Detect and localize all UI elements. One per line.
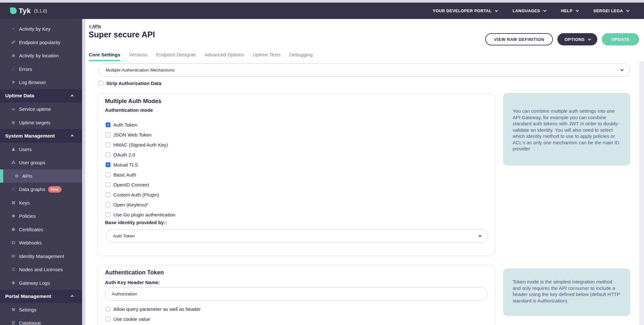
checkbox-label: OpenID Connect (113, 182, 149, 187)
checkbox-allow-query-parameter-as-well-as-header[interactable]: Allow query parameter as well as header (106, 304, 201, 314)
checkbox[interactable] (106, 142, 110, 147)
checkbox[interactable] (106, 172, 110, 177)
checkbox-label: Use cookie value (113, 316, 150, 322)
sidebar-item-user-groups[interactable]: ⁂ User groups (0, 156, 82, 169)
sidebar-item-keys[interactable]: ⌘ Keys (0, 196, 82, 210)
sidebar-item-nodes-and-licenses[interactable]: ♖ Nodes and Licenses (0, 263, 82, 276)
checkbox[interactable] (106, 212, 110, 217)
checkbox-custom-auth-plugin[interactable]: Custom Auth (Plugin) (106, 190, 175, 200)
checkbox[interactable] (106, 132, 110, 137)
tab-label: Advanced Options (204, 52, 244, 57)
vertical-scrollbar[interactable] (639, 62, 644, 325)
auth-key-header-name-label: Auth Key Header Name: (105, 280, 160, 285)
auth-mechanism-select[interactable]: Multiple Authentication Mechanisms (98, 63, 630, 77)
checkbox-label: Auth Token (113, 122, 137, 128)
checkbox[interactable] (106, 122, 110, 127)
sidebar-item-apis[interactable]: ⚙ APIs (0, 169, 82, 183)
sidebar-item-log-browser[interactable]: ✶ Log Browser (0, 76, 82, 89)
page-title: Super secure API (89, 30, 155, 39)
header-buttons: VIEW RAW DEFINITION OPTIONS UPDATE (485, 33, 639, 45)
sidebar-section-label: Uptime Data (5, 93, 34, 99)
checkbox-open-keyless[interactable]: Open (Keyless)* (106, 200, 175, 210)
checkbox[interactable] (106, 152, 110, 157)
sidebar-section-uptime-data[interactable]: Uptime Data (0, 89, 82, 103)
checkbox-auth-token[interactable]: Auth Token (106, 120, 175, 130)
checkbox-use-go-plugin-authentication[interactable]: Use Go plugin authentication (106, 210, 175, 220)
checkbox[interactable] (106, 162, 110, 167)
topbar-menu-your-developer-portal[interactable]: YOUR DEVELOPER PORTAL (433, 9, 497, 13)
tab-debugging[interactable]: Debugging (289, 52, 313, 61)
chevron-down-icon (543, 9, 546, 12)
sidebar-item-gateway-logs[interactable]: ❉ Gateway Logs (0, 276, 82, 290)
sidebar-item-activity-by-location[interactable]: ⊕ Activity by location (0, 49, 82, 62)
checkbox-hmac-signed-auth-key[interactable]: HMAC (Signed Auth Key) (106, 140, 175, 150)
checkbox-oauth-2-0[interactable]: OAuth 2.0 (106, 150, 175, 160)
sidebar-item-webhooks[interactable]: ☊ Webhooks (0, 236, 82, 250)
tyk-logo[interactable]: Tyk (5.1.0) (10, 7, 47, 15)
tab-label: Versions (129, 52, 148, 57)
sidebar-item-users[interactable]: ♟ Users (0, 143, 82, 156)
catalogue-icon: ☰ (10, 320, 16, 325)
checkbox-openid-connect[interactable]: OpenID Connect (106, 180, 175, 190)
topbar-menu-help[interactable]: HELP (561, 9, 578, 13)
sidebar-item-service-uptime[interactable]: ∞ Service uptime (0, 102, 82, 116)
base-identity-select[interactable]: Auth Token (106, 229, 488, 243)
checkbox-label: Custom Auth (Plugin) (113, 192, 159, 197)
sidebar-item-label: Nodes and Licenses (19, 267, 63, 272)
sidebar-item-label: Catalogue (19, 320, 41, 325)
sidebar-item-identity-management[interactable]: ☏ Identity Management (0, 250, 82, 263)
users-icon: ⁂ (10, 160, 16, 165)
checkbox[interactable] (106, 307, 110, 311)
sidebar-item-endpoint-popularity[interactable]: ☍ Endpoint popularity (0, 36, 82, 49)
checkbox-json-web-token[interactable]: JSON Web Token (106, 130, 175, 140)
tab-core-settings[interactable]: Core Settings (89, 52, 120, 61)
view-raw-definition-button[interactable]: VIEW RAW DEFINITION (485, 33, 553, 45)
checkbox-label: Open (Keyless)* (113, 202, 148, 207)
auth-token-info-box: Token mode is the simplest integration m… (503, 269, 630, 316)
sidebar-scrollbar[interactable] (82, 19, 85, 325)
sidebar-item-label: Data graphs (19, 186, 45, 192)
update-button[interactable]: UPDATE (602, 33, 639, 45)
user-icon: ♟ (10, 147, 16, 152)
sidebar-item-settings[interactable]: ⚒ Settings (0, 303, 82, 317)
checkbox-use-cookie-value[interactable]: Use cookie value (106, 314, 201, 324)
breadcrumb-apis-link[interactable]: < APIs (89, 24, 101, 29)
sidebar-item-label: Service uptime (19, 106, 51, 112)
checkbox-mutual-tls[interactable]: Mutual TLS (106, 160, 175, 170)
chevron-down-icon (620, 68, 624, 71)
tab-advanced-options[interactable]: Advanced Options (204, 52, 244, 61)
sidebar-item-certificates[interactable]: ❁ Certificates (0, 223, 82, 236)
sidebar-item-catalogue[interactable]: ☰ Catalogue (0, 316, 82, 325)
sidebar-item-data-graphs[interactable]: ∷ Data graphs New (0, 183, 82, 196)
topbar-menu-sergei-lega[interactable]: SERGEI LEGA (593, 9, 629, 13)
checkbox[interactable] (106, 182, 110, 187)
sidebar-section-portal-management[interactable]: Portal Management (0, 290, 82, 303)
bomb-icon: ☄ (10, 67, 16, 72)
checkbox-strip-authorization-data[interactable]: Strip Authorization Data (99, 78, 161, 88)
tab-endpoint-designer[interactable]: Endpoint Designer (156, 52, 196, 61)
chevron-down-icon (626, 9, 630, 12)
options-button[interactable]: OPTIONS (557, 33, 597, 45)
sidebar-item-uptime-targets[interactable]: ≣ Uptime targets (0, 116, 82, 129)
multi-auth-info-box: You can combine multiple auth settings i… (503, 93, 630, 165)
sidebar-item-errors[interactable]: ☄ Errors (0, 62, 82, 76)
checkbox[interactable] (99, 81, 103, 86)
checkbox-basic-auth[interactable]: Basic Auth (106, 170, 175, 180)
sidebar-item-label: Endpoint popularity (19, 40, 60, 45)
sidebar-section-system-management[interactable]: System Management (0, 129, 82, 143)
tab-uptime-tests[interactable]: Uptime Tests (253, 52, 280, 61)
checkbox[interactable] (106, 192, 110, 197)
options-button-label: OPTIONS (564, 37, 585, 42)
logs-icon: ❉ (10, 281, 16, 285)
sidebar-item-policies[interactable]: ❖ Policies (0, 209, 82, 223)
checkbox[interactable] (106, 202, 110, 207)
endpoint-icon: ☍ (10, 40, 16, 45)
settings-scroll-area: Multiple Authentication Mechanisms Strip… (85, 61, 644, 325)
auth-key-header-name-input[interactable] (105, 287, 488, 301)
topbar-menu-languages[interactable]: LANGUAGES (513, 9, 545, 13)
sidebar-item-label: Errors (19, 66, 32, 72)
tab-versions[interactable]: Versions (129, 52, 148, 61)
sidebar-item-activity-by-key[interactable]: ♀ Activity by Key (0, 22, 82, 36)
sidebar-item-label: Identity Management (19, 253, 64, 259)
checkbox[interactable] (106, 317, 110, 321)
